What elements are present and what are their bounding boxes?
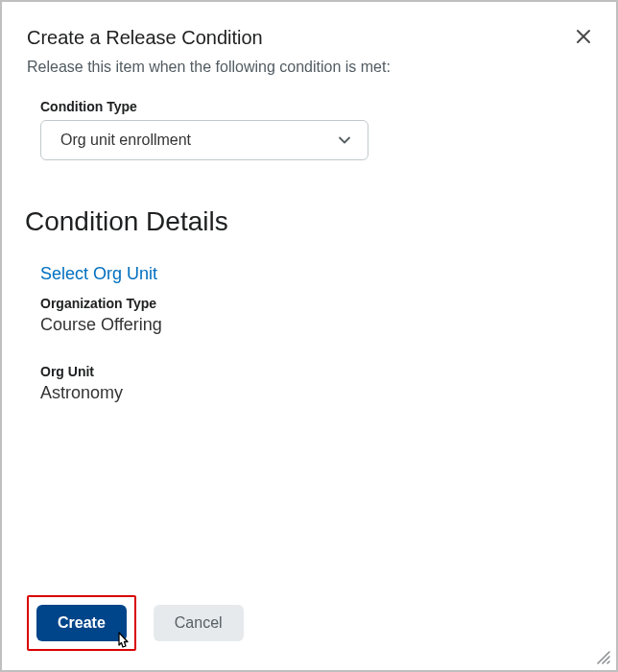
org-unit-label: Org Unit	[40, 364, 578, 379]
select-org-unit-link[interactable]: Select Org Unit	[40, 264, 157, 284]
form-area: Condition Type Org unit enrollment Condi…	[2, 76, 616, 578]
dialog-footer: Create Cancel	[2, 578, 616, 670]
condition-type-label: Condition Type	[40, 99, 578, 114]
close-button[interactable]	[572, 25, 595, 51]
org-unit-value: Astronomy	[40, 383, 578, 403]
condition-details-heading: Condition Details	[25, 206, 578, 237]
create-button[interactable]: Create	[36, 605, 127, 641]
dialog-header: Create a Release Condition	[2, 2, 616, 51]
condition-details-block: Select Org Unit Organization Type Course…	[40, 264, 578, 403]
close-icon	[576, 29, 591, 44]
release-condition-dialog: Create a Release Condition Release this …	[0, 0, 618, 672]
organization-type-value: Course Offering	[40, 315, 578, 335]
svg-line-4	[607, 661, 609, 663]
resize-grip-icon	[595, 649, 610, 664]
dialog-title: Create a Release Condition	[27, 27, 263, 49]
cancel-button[interactable]: Cancel	[154, 605, 244, 641]
organization-type-label: Organization Type	[40, 296, 578, 311]
condition-type-select-wrapper: Org unit enrollment	[40, 120, 368, 160]
dialog-description: Release this item when the following con…	[2, 51, 616, 76]
create-button-highlight: Create	[27, 595, 136, 651]
svg-line-3	[603, 657, 609, 663]
condition-type-select[interactable]: Org unit enrollment	[40, 120, 368, 160]
svg-line-2	[598, 652, 609, 663]
condition-type-value: Org unit enrollment	[60, 132, 191, 149]
